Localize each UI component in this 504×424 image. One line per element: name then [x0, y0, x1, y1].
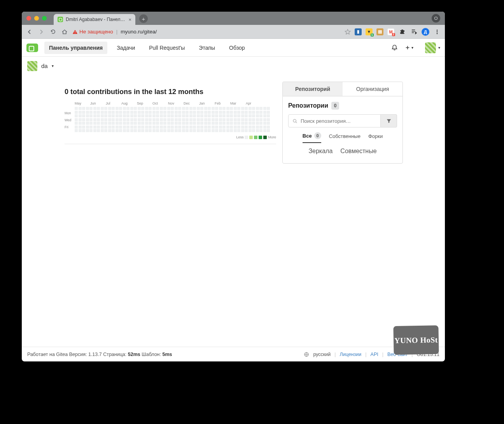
heatmap-cell[interactable]: [208, 107, 211, 110]
heatmap-cell[interactable]: [82, 111, 85, 114]
heatmap-cell[interactable]: [75, 118, 78, 121]
heatmap-cell[interactable]: [126, 114, 130, 117]
heatmap-cell[interactable]: [89, 129, 93, 132]
heatmap-cell[interactable]: [156, 129, 159, 132]
heatmap-cell[interactable]: [200, 122, 203, 125]
heatmap-cell[interactable]: [212, 118, 215, 121]
heatmap-cell[interactable]: [219, 114, 222, 117]
heatmap-cell[interactable]: [182, 122, 185, 125]
heatmap-cell[interactable]: [108, 129, 111, 132]
heatmap-cell[interactable]: [197, 107, 200, 110]
heatmap-cell[interactable]: [149, 111, 152, 114]
notifications-bell-icon[interactable]: [390, 44, 399, 52]
heatmap-cell[interactable]: [112, 118, 115, 121]
heatmap-cell[interactable]: [208, 122, 211, 125]
heatmap-cell[interactable]: [215, 126, 218, 129]
heatmap-cell[interactable]: [252, 129, 255, 132]
heatmap-cell[interactable]: [138, 122, 141, 125]
heatmap-cell[interactable]: [212, 114, 215, 117]
heatmap-cell[interactable]: [134, 118, 137, 121]
heatmap-cell[interactable]: [149, 118, 152, 121]
heatmap-cell[interactable]: [156, 118, 159, 121]
heatmap-cell[interactable]: [116, 122, 119, 125]
heatmap-cell[interactable]: [175, 122, 178, 125]
filter-forks[interactable]: Форки: [368, 132, 383, 143]
heatmap-cell[interactable]: [141, 107, 144, 110]
heatmap-cell[interactable]: [134, 114, 137, 117]
heatmap-cell[interactable]: [241, 111, 244, 114]
heatmap-cell[interactable]: [89, 122, 93, 125]
heatmap-cell[interactable]: [193, 107, 196, 110]
heatmap-cell[interactable]: [160, 126, 163, 129]
heatmap-cell[interactable]: [126, 122, 130, 125]
heatmap-cell[interactable]: [186, 129, 189, 132]
heatmap-cell[interactable]: [256, 126, 259, 129]
heatmap-cell[interactable]: [175, 114, 178, 117]
heatmap-cell[interactable]: [130, 122, 133, 125]
heatmap-cell[interactable]: [152, 129, 156, 132]
heatmap-cell[interactable]: [237, 118, 240, 121]
heatmap-cell[interactable]: [82, 107, 85, 110]
heatmap-cell[interactable]: [116, 126, 119, 129]
heatmap-cell[interactable]: [182, 114, 185, 117]
heatmap-cell[interactable]: [212, 122, 215, 125]
nav-explore[interactable]: Обзор: [224, 42, 249, 54]
heatmap-cell[interactable]: [234, 118, 237, 121]
account-menu-icon[interactable]: [432, 14, 440, 23]
heatmap-cell[interactable]: [130, 129, 133, 132]
heatmap-cell[interactable]: [104, 107, 107, 110]
heatmap-cell[interactable]: [152, 118, 156, 121]
heatmap-cell[interactable]: [186, 114, 189, 117]
heatmap-cell[interactable]: [134, 107, 137, 110]
heatmap-cell[interactable]: [248, 111, 252, 114]
heatmap-cell[interactable]: [149, 114, 152, 117]
heatmap-cell[interactable]: [208, 126, 211, 129]
heatmap-cell[interactable]: [234, 114, 237, 117]
heatmap-cell[interactable]: [197, 114, 200, 117]
heatmap-cell[interactable]: [86, 129, 89, 132]
heatmap-cell[interactable]: [163, 126, 166, 129]
heatmap-cell[interactable]: [178, 107, 181, 110]
heatmap-cell[interactable]: [256, 114, 259, 117]
heatmap-cell[interactable]: [267, 107, 270, 110]
heatmap-cell[interactable]: [101, 114, 104, 117]
context-selector[interactable]: da ▾: [22, 57, 445, 75]
heatmap-cell[interactable]: [178, 126, 181, 129]
heatmap-cell[interactable]: [193, 122, 196, 125]
heatmap-cell[interactable]: [93, 107, 96, 110]
heatmap-cell[interactable]: [156, 107, 159, 110]
heatmap-cell[interactable]: [141, 114, 144, 117]
heatmap-cell[interactable]: [230, 114, 233, 117]
heatmap-cell[interactable]: [200, 114, 203, 117]
heatmap-cell[interactable]: [145, 114, 148, 117]
nav-prs[interactable]: Pull Request'ы: [144, 42, 189, 54]
back-button[interactable]: [26, 29, 33, 35]
heatmap-cell[interactable]: [119, 129, 122, 132]
heatmap-cell[interactable]: [204, 118, 207, 121]
heatmap-cell[interactable]: [237, 129, 240, 132]
heatmap-cell[interactable]: [256, 111, 259, 114]
heatmap-cell[interactable]: [116, 111, 119, 114]
heatmap-cell[interactable]: [263, 114, 266, 117]
heatmap-cell[interactable]: [237, 111, 240, 114]
heatmap-cell[interactable]: [226, 126, 229, 129]
heatmap-cell[interactable]: [226, 118, 229, 121]
user-menu[interactable]: ▾: [425, 42, 440, 53]
heatmap-cell[interactable]: [108, 111, 111, 114]
heatmap-cell[interactable]: [256, 118, 259, 121]
heatmap-cell[interactable]: [93, 111, 96, 114]
heatmap-cell[interactable]: [259, 114, 262, 117]
heatmap-cell[interactable]: [160, 107, 163, 110]
heatmap-cell[interactable]: [145, 122, 148, 125]
heatmap-cell[interactable]: [248, 114, 252, 117]
heatmap-cell[interactable]: [130, 107, 133, 110]
heatmap-cell[interactable]: [123, 126, 126, 129]
footer-licenses-link[interactable]: Лицензии: [340, 352, 362, 357]
heatmap-cell[interactable]: [234, 126, 237, 129]
min-window-button[interactable]: [34, 16, 39, 21]
heatmap-cell[interactable]: [215, 118, 218, 121]
heatmap-cell[interactable]: [149, 126, 152, 129]
heatmap-cell[interactable]: [79, 129, 82, 132]
heatmap-cell[interactable]: [163, 107, 166, 110]
heatmap-cell[interactable]: [197, 129, 200, 132]
